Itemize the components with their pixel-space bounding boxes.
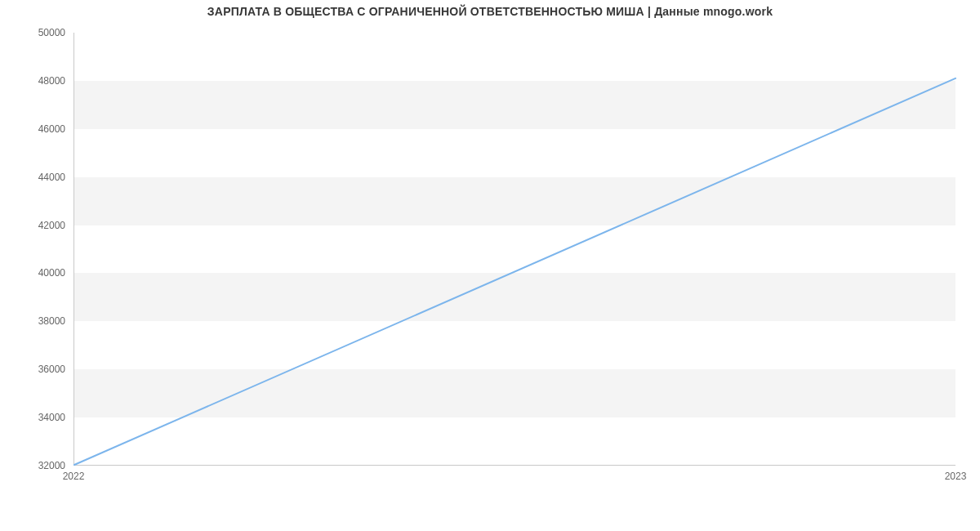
y-tick-label: 34000 xyxy=(38,412,65,423)
y-axis-labels: 3200034000360003800040000420004400046000… xyxy=(0,33,70,466)
chart-title: ЗАРПЛАТА В ОБЩЕСТВА С ОГРАНИЧЕННОЙ ОТВЕТ… xyxy=(0,5,980,18)
plot-area xyxy=(74,33,956,466)
line-layer xyxy=(74,33,956,465)
x-tick-label: 2022 xyxy=(63,471,85,482)
y-tick-label: 46000 xyxy=(38,123,65,135)
series-line xyxy=(74,78,956,465)
chart-container: ЗАРПЛАТА В ОБЩЕСТВА С ОГРАНИЧЕННОЙ ОТВЕТ… xyxy=(0,0,980,531)
y-tick-label: 40000 xyxy=(38,267,65,279)
y-tick-label: 44000 xyxy=(38,172,65,183)
y-tick-label: 32000 xyxy=(38,460,65,471)
y-tick-label: 38000 xyxy=(38,315,65,327)
y-tick-label: 50000 xyxy=(38,27,65,38)
x-axis-labels: 20222023 xyxy=(74,467,956,484)
y-tick-label: 36000 xyxy=(38,364,65,375)
x-tick-label: 2023 xyxy=(945,471,967,482)
y-tick-label: 42000 xyxy=(38,220,65,231)
y-tick-label: 48000 xyxy=(38,75,65,87)
